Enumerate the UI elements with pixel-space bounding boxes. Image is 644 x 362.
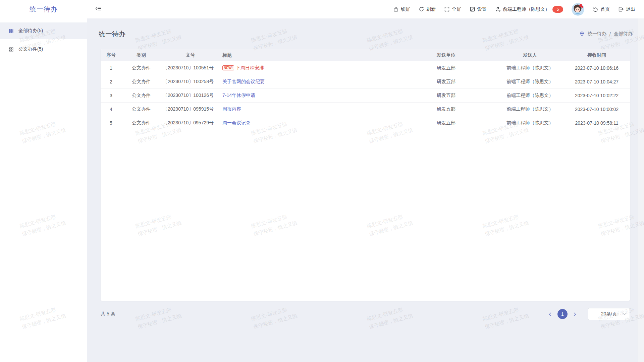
home-label: 首页 [600,6,610,12]
cell-index: 1 [101,61,121,75]
cell-doc-no: 〔20230710〕095915号 [161,103,220,116]
document-title-link[interactable]: 周报内容 [222,106,241,112]
user-icon [495,6,501,12]
cell-unit: 研发五部 [396,116,496,130]
refresh-button[interactable]: 刷新 [419,6,436,12]
table-body: 1 公文办件 〔20230710〕100551号 NEW!下周日程安排 研发五部… [101,61,630,130]
app-logo: 统一待办 [0,5,87,14]
new-badge: NEW! [222,65,234,70]
cell-title: 7-14年休假申请 [220,89,396,103]
col-index: 序号 [101,49,121,61]
vertical-scrollbar[interactable] [638,18,644,362]
main-content: 统一待办 统一待办 / 全部待办 [87,18,644,362]
settings-edit-icon [470,6,475,12]
logout-icon [618,6,624,12]
cell-category: 公文办件 [121,116,161,130]
cell-index: 2 [101,75,121,89]
breadcrumb-separator: / [609,31,611,37]
cell-doc-no: 〔20230710〕100258号 [161,75,220,89]
fold-icon [95,5,102,13]
cell-unit: 研发五部 [396,61,496,75]
sidebar-collapse-button[interactable] [95,5,102,13]
todo-count-badge: 5 [552,6,563,13]
refresh-icon [419,6,424,12]
pager: 1 20条/页 [548,308,630,320]
page-number-button[interactable]: 1 [557,309,568,319]
next-page-button[interactable] [573,312,577,316]
header-actions: 锁屏 刷新 全屏 [393,3,644,16]
sidebar-item[interactable]: 全部待办(5) [0,22,87,39]
logout-label: 退出 [626,6,635,12]
page-size-value: 20条/页 [601,311,617,317]
cell-category: 公文办件 [121,103,161,116]
cell-sender: 前端工程师（陈思文） [496,116,564,130]
settings-label: 设置 [477,6,487,12]
sidebar-item-label: 公文办件(5) [18,46,43,52]
todo-table: 序号 类别 文号 标题 发送单位 发送人 接收时间 1 公文办件 [101,49,630,130]
cell-unit: 研发五部 [396,103,496,116]
col-unit: 发送单位 [396,49,496,61]
table-header-row: 序号 类别 文号 标题 发送单位 发送人 接收时间 [101,49,630,61]
cell-index: 4 [101,103,121,116]
table-row: 2 公文办件 〔20230710〕100258号 关于官网的会议纪要 研发五部 … [101,75,630,89]
app-root: 统一待办 锁屏 [0,0,644,362]
user-name: 前端工程师（陈思文） [503,6,550,12]
current-user[interactable]: 前端工程师（陈思文） 5 [495,6,563,13]
table-header: 序号 类别 文号 标题 发送单位 发送人 接收时间 [101,49,630,61]
location-pin-icon [579,31,585,37]
cell-category: 公文办件 [121,89,161,103]
col-sender: 发送人 [496,49,564,61]
cell-category: 公文办件 [121,61,161,75]
document-title-link[interactable]: 7-14年休假申请 [222,93,255,98]
document-title-link[interactable]: 下周日程安排 [236,65,264,70]
sidebar-item-label: 全部待办(5) [18,28,43,34]
back-home-icon [593,6,598,12]
cell-time: 2023-07-10 10:06:16 [564,61,630,75]
cell-unit: 研发五部 [396,89,496,103]
chevron-down-icon [623,312,627,316]
breadcrumb: 统一待办 / 全部待办 [579,31,633,37]
col-title: 标题 [220,49,396,61]
cell-sender: 前端工程师（陈思文） [496,75,564,89]
cell-index: 5 [101,116,121,130]
cell-title: NEW!下周日程安排 [220,61,396,75]
sidebar-item[interactable]: 公文办件(5) [0,41,87,58]
col-time: 接收时间 [564,49,630,61]
user-avatar[interactable] [572,3,584,16]
table-row: 3 公文办件 〔20230710〕100126号 7-14年休假申请 研发五部 … [101,89,630,103]
col-doc-no: 文号 [161,49,220,61]
col-category: 类别 [121,49,161,61]
document-title-link[interactable]: 周一会议记录 [222,120,251,125]
sidebar-menu: 全部待办(5) 公文办件(5) [0,22,87,58]
lock-screen-button[interactable]: 锁屏 [393,6,410,12]
pagination-bar: 共 5 条 1 20条/页 [101,308,630,320]
grid-icon [9,28,14,34]
home-button[interactable]: 首页 [593,6,610,12]
cell-doc-no: 〔20230710〕100551号 [161,61,220,75]
lock-icon [393,6,399,12]
cell-title: 周报内容 [220,103,396,116]
page-title: 统一待办 [99,29,125,39]
fullscreen-button[interactable]: 全屏 [444,6,461,12]
table-row: 1 公文办件 〔20230710〕100551号 NEW!下周日程安排 研发五部… [101,61,630,75]
table-row: 5 公文办件 〔20230710〕095729号 周一会议记录 研发五部 前端工… [101,116,630,130]
cell-sender: 前端工程师（陈思文） [496,89,564,103]
logout-button[interactable]: 退出 [618,6,635,12]
total-count: 共 5 条 [101,311,115,317]
grid-icon [9,47,14,52]
document-title-link[interactable]: 关于官网的会议纪要 [222,79,265,84]
breadcrumb-root[interactable]: 统一待办 [588,31,606,37]
page-title-bar: 统一待办 统一待办 / 全部待办 [87,18,644,49]
fullscreen-icon [444,6,450,12]
breadcrumb-current: 全部待办 [614,31,633,37]
cell-doc-no: 〔20230710〕095729号 [161,116,220,130]
page-size-select[interactable]: 20条/页 [588,308,630,320]
top-header: 统一待办 锁屏 [0,0,644,18]
table-row: 4 公文办件 〔20230710〕095915号 周报内容 研发五部 前端工程师… [101,103,630,116]
cell-time: 2023-07-10 10:04:27 [564,75,630,89]
cell-sender: 前端工程师（陈思文） [496,61,564,75]
settings-button[interactable]: 设置 [470,6,487,12]
prev-page-button[interactable] [548,312,552,316]
cell-category: 公文办件 [121,75,161,89]
cell-title: 关于官网的会议纪要 [220,75,396,89]
